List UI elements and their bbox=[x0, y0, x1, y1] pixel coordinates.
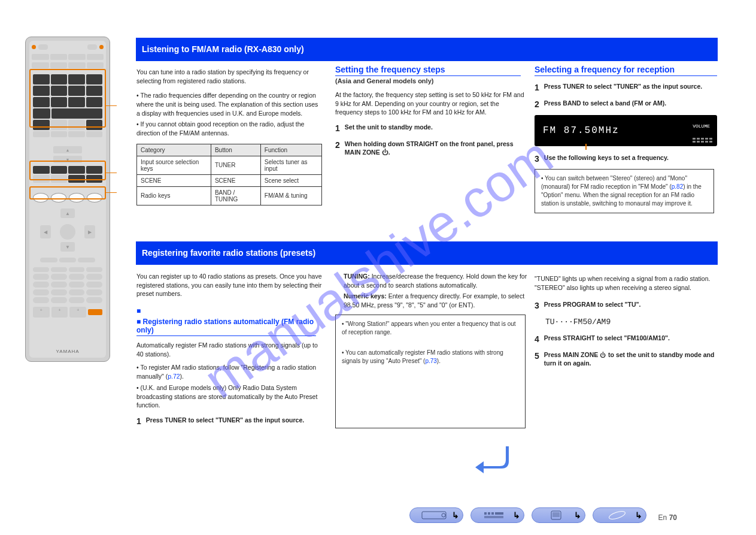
sel-section-title: Selecting a frequency for reception bbox=[535, 65, 720, 74]
leader-table: CategoryButtonFunction Input source sele… bbox=[136, 144, 322, 205]
freq-section-title: Setting the frequency steps bbox=[335, 65, 527, 74]
sel-step-1: 1Press TUNER to select "TUNER" as the in… bbox=[535, 82, 720, 94]
freq-step-1: 1Set the unit to standby mode. bbox=[335, 123, 527, 135]
scene-buttons bbox=[33, 166, 102, 184]
link-p72[interactable]: p.72 bbox=[168, 373, 180, 380]
svg-rect-5 bbox=[495, 512, 503, 515]
svg-rect-4 bbox=[491, 512, 494, 515]
leader-line bbox=[106, 192, 117, 193]
svg-point-12 bbox=[608, 510, 626, 520]
note-2: • If you cannot obtain good reception on… bbox=[136, 120, 323, 137]
freq-step-5: 5Press MAIN ZONE ⏻ to set the unit to st… bbox=[535, 350, 720, 368]
pager-btn-4[interactable]: ↳ bbox=[593, 507, 646, 523]
freq-step-3: 3Press PROGRAM to select "TU". bbox=[535, 300, 720, 312]
page-number: En 70 bbox=[658, 513, 677, 522]
front-display-1: FM 87.50MHz VOLUME bbox=[535, 115, 717, 146]
link-p73[interactable]: p.73 bbox=[425, 358, 436, 364]
freq-step-4: 4Press STRAIGHT to select "FM100/AM10". bbox=[535, 334, 720, 346]
section-heading-2: Registering favorite radio stations (pre… bbox=[136, 241, 718, 265]
pager-btn-2[interactable]: ↳ bbox=[470, 507, 524, 523]
freq-step-2: 2When holding down STRAIGHT on the front… bbox=[335, 140, 527, 158]
input-selection-keys bbox=[33, 74, 102, 138]
auto-step-1: 1Press TUNER to select "TUNER" as the in… bbox=[136, 416, 323, 428]
remote-control-image: ▲ ▼ ▲ ▼ ◀ ▶ bbox=[25, 37, 110, 362]
auto-body: Automatically register FM radio stations… bbox=[136, 341, 323, 358]
freq-section-sub: (Asia and General models only) bbox=[335, 77, 527, 84]
section-heading-1: Listening to FM/AM radio (RX-A830 only) bbox=[136, 38, 718, 61]
return-arrow-icon bbox=[473, 443, 514, 473]
leader-line bbox=[106, 105, 117, 106]
leader-line bbox=[106, 173, 117, 173]
svg-rect-6 bbox=[484, 516, 503, 518]
auto-note-1: • To register AM radio stations, follow … bbox=[136, 363, 323, 380]
radio-keys bbox=[33, 193, 102, 202]
svg-point-1 bbox=[442, 513, 445, 517]
svg-rect-0 bbox=[422, 512, 446, 519]
tu-display: TU····FM50/AM9 bbox=[545, 317, 720, 328]
auto-note-2: • (U.K. and Europe models only) Only Rad… bbox=[136, 383, 323, 410]
note-1: • The radio frequencies differ depending… bbox=[136, 91, 323, 117]
freq-body: At the factory, the frequency step setti… bbox=[335, 90, 527, 117]
svg-rect-3 bbox=[488, 512, 490, 515]
reg-tip-intro: TUNING: Increase/decrease the frequency.… bbox=[335, 272, 529, 310]
sel-step-3: 3Use the following keys to set a frequen… bbox=[535, 153, 720, 165]
pager-btn-1[interactable]: ↳ bbox=[409, 507, 463, 523]
auto-preset-title: ■ ■ Registering radio stations automatic… bbox=[136, 307, 323, 315]
reg-intro: You can register up to 40 radio stations… bbox=[136, 272, 323, 298]
link-p82[interactable]: p.82 bbox=[672, 183, 683, 190]
center-tip-box: • "Wrong Station!" appears when you ente… bbox=[335, 315, 526, 428]
tip-box-fmmode: • You can switch between "Stereo" (stere… bbox=[535, 169, 714, 213]
sel-step-2: 2Press BAND to select a band (FM or AM). bbox=[535, 99, 720, 111]
auto-title-line: ■ Registering radio stations automatical… bbox=[136, 318, 316, 336]
pager-btn-3[interactable]: ↳ bbox=[532, 507, 585, 523]
intro-text: You can tune into a radio station by spe… bbox=[136, 68, 323, 85]
fd2-caption: "TUNED" lights up when receiving a signa… bbox=[535, 274, 720, 292]
svg-rect-2 bbox=[484, 512, 487, 515]
brand-logo: YAMAHA bbox=[29, 349, 106, 354]
pager: ↳ ↳ ↳ ↳ bbox=[299, 507, 756, 523]
